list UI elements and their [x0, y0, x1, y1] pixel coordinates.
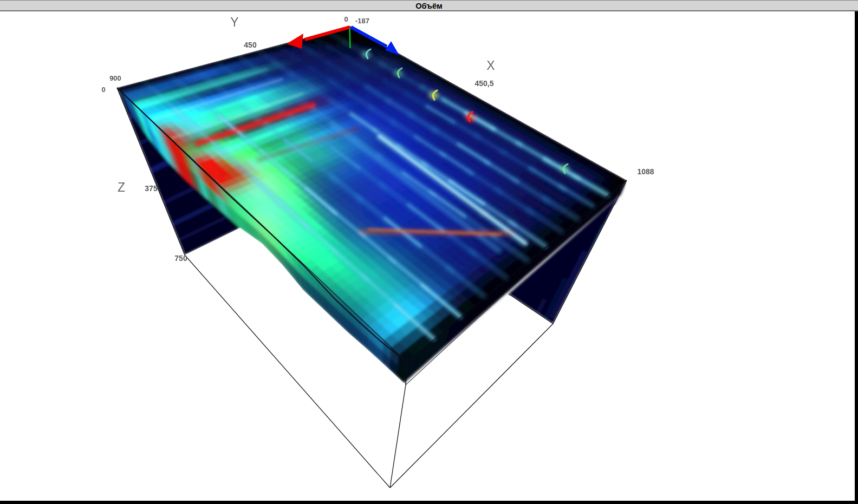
svg-text:-187: -187	[355, 17, 369, 25]
svg-text:0: 0	[344, 15, 348, 23]
svg-text:X: X	[486, 58, 495, 73]
svg-text:450: 450	[244, 41, 257, 49]
svg-text:Y: Y	[230, 15, 238, 29]
svg-text:375: 375	[145, 184, 158, 193]
svg-text:1088: 1088	[637, 167, 654, 176]
svg-text:900: 900	[109, 74, 121, 82]
svg-text:450,5: 450,5	[474, 79, 493, 88]
svg-text:Z: Z	[118, 180, 125, 194]
svg-text:0: 0	[101, 86, 105, 94]
svg-text:750: 750	[174, 254, 187, 263]
